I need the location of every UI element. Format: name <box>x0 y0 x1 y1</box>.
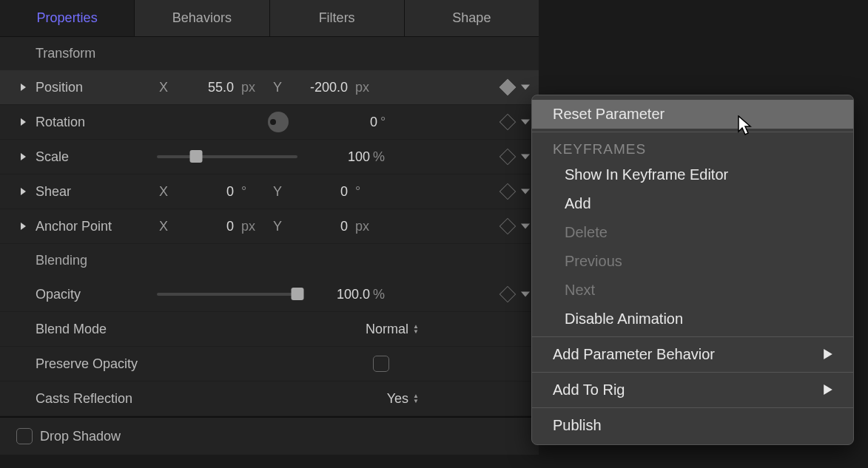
select-value: Yes <box>387 391 408 407</box>
menu-keyframes-header: KEYFRAMES <box>532 135 853 160</box>
disclosure-icon[interactable] <box>16 188 30 195</box>
param-label: Anchor Point <box>36 219 112 234</box>
tab-filters[interactable]: Filters <box>270 0 405 36</box>
param-scale[interactable]: Scale 100 % <box>0 140 539 174</box>
param-label: Drop Shadow <box>40 429 121 444</box>
position-y-value[interactable]: -200.0 <box>289 80 348 95</box>
disclosure-icon[interactable] <box>16 223 30 230</box>
axis-x-label: X <box>157 184 170 200</box>
unit-label: ° <box>238 184 266 200</box>
param-label: Rotation <box>36 115 85 130</box>
param-label: Preserve Opacity <box>36 356 138 372</box>
menu-separator <box>532 372 853 373</box>
menu-show-keyframe-editor[interactable]: Show In Keyframe Editor <box>532 160 853 189</box>
unit-label: % <box>370 149 398 165</box>
menu-separator <box>532 407 853 408</box>
section-transform: Transform <box>0 37 539 70</box>
scale-slider[interactable] <box>157 155 297 158</box>
keyframe-icon[interactable] <box>499 183 517 200</box>
menu-previous-keyframe: Previous <box>532 247 853 276</box>
param-rotation[interactable]: Rotation 0 ° <box>0 105 539 140</box>
submenu-arrow-icon <box>824 346 832 363</box>
menu-delete-keyframe: Delete <box>532 218 853 247</box>
menu-reset-parameter[interactable]: Reset Parameter <box>532 100 853 129</box>
unit-label: px <box>352 219 380 234</box>
param-casts-reflection[interactable]: Casts Reflection Yes▲▼ <box>0 381 539 416</box>
menu-next-keyframe: Next <box>532 276 853 305</box>
param-label: Opacity <box>36 287 81 302</box>
scale-value[interactable]: 100 <box>311 149 370 165</box>
tab-behaviors[interactable]: Behaviors <box>135 0 269 36</box>
anchor-y-value[interactable]: 0 <box>289 219 348 234</box>
disclosure-icon[interactable] <box>16 153 30 160</box>
param-opacity[interactable]: Opacity 100.0 % <box>0 277 539 312</box>
param-blendmode[interactable]: Blend Mode Normal▲▼ <box>0 312 539 347</box>
param-preserve-opacity[interactable]: Preserve Opacity <box>0 347 539 381</box>
section-blending: Blending <box>0 244 539 277</box>
param-label: Scale <box>36 149 69 165</box>
menu-disable-animation[interactable]: Disable Animation <box>532 305 853 333</box>
tab-shape[interactable]: Shape <box>405 0 539 36</box>
chevron-down-icon[interactable] <box>521 149 530 165</box>
opacity-value[interactable]: 100.0 <box>311 287 370 302</box>
keyframe-icon[interactable] <box>499 218 517 235</box>
position-x-value[interactable]: 55.0 <box>175 80 234 95</box>
opacity-slider[interactable] <box>157 293 297 296</box>
menu-publish[interactable]: Publish <box>532 411 853 440</box>
keyframe-icon[interactable] <box>499 149 517 166</box>
param-label: Blend Mode <box>36 322 107 337</box>
select-value: Normal <box>366 322 408 337</box>
blendmode-select[interactable]: Normal▲▼ <box>366 322 419 337</box>
disclosure-icon[interactable] <box>16 84 30 91</box>
chevron-down-icon[interactable] <box>521 219 530 234</box>
keyframe-icon[interactable] <box>499 114 517 131</box>
chevron-down-icon[interactable] <box>521 115 530 130</box>
unit-label: px <box>238 219 266 234</box>
shear-y-value[interactable]: 0 <box>289 184 348 200</box>
unit-label: px <box>352 80 380 95</box>
anchor-x-value[interactable]: 0 <box>175 219 234 234</box>
param-label: Shear <box>36 184 71 200</box>
axis-x-label: X <box>157 80 170 95</box>
param-position[interactable]: Position X 55.0 px Y -200.0 px <box>0 70 539 105</box>
rotation-dial[interactable] <box>268 112 289 132</box>
axis-x-label: X <box>157 219 170 234</box>
param-anchor[interactable]: Anchor Point X 0 px Y 0 px <box>0 209 539 244</box>
submenu-arrow-icon <box>824 381 832 399</box>
param-shear[interactable]: Shear X 0 ° Y 0 ° <box>0 174 539 209</box>
param-label: Position <box>36 80 83 95</box>
chevron-down-icon[interactable] <box>521 184 530 200</box>
menu-label: Add To Rig <box>553 381 625 399</box>
menu-add-parameter-behavior[interactable]: Add Parameter Behavior <box>532 340 853 369</box>
menu-add-to-rig[interactable]: Add To Rig <box>532 376 853 404</box>
rotation-value[interactable]: 0 <box>318 115 377 130</box>
preserve-checkbox[interactable] <box>373 356 389 372</box>
menu-separator <box>532 336 853 337</box>
unit-label: % <box>370 287 398 302</box>
axis-y-label: Y <box>271 219 284 234</box>
param-drop-shadow[interactable]: Drop Shadow <box>0 416 539 455</box>
menu-separator <box>532 132 853 132</box>
unit-label: ° <box>352 184 380 200</box>
axis-y-label: Y <box>271 184 284 200</box>
inspector-panel: Properties Behaviors Filters Shape Trans… <box>0 0 539 455</box>
inspector-tabs: Properties Behaviors Filters Shape <box>0 0 539 37</box>
keyframe-icon[interactable] <box>499 286 517 303</box>
unit-label: ° <box>377 115 406 130</box>
animation-context-menu: Reset Parameter KEYFRAMES Show In Keyfra… <box>531 95 854 445</box>
param-label: Casts Reflection <box>36 391 132 407</box>
unit-label: px <box>238 80 266 95</box>
casts-select[interactable]: Yes▲▼ <box>387 391 419 407</box>
tab-properties[interactable]: Properties <box>0 0 135 36</box>
chevron-down-icon[interactable] <box>521 287 530 302</box>
shear-x-value[interactable]: 0 <box>175 184 234 200</box>
menu-add-keyframe[interactable]: Add <box>532 189 853 218</box>
keyframe-icon[interactable] <box>499 79 517 96</box>
chevron-down-icon[interactable] <box>521 80 530 95</box>
dropshadow-checkbox[interactable] <box>16 428 33 444</box>
menu-label: Add Parameter Behavior <box>553 346 715 363</box>
axis-y-label: Y <box>271 80 284 95</box>
disclosure-icon[interactable] <box>16 118 30 126</box>
